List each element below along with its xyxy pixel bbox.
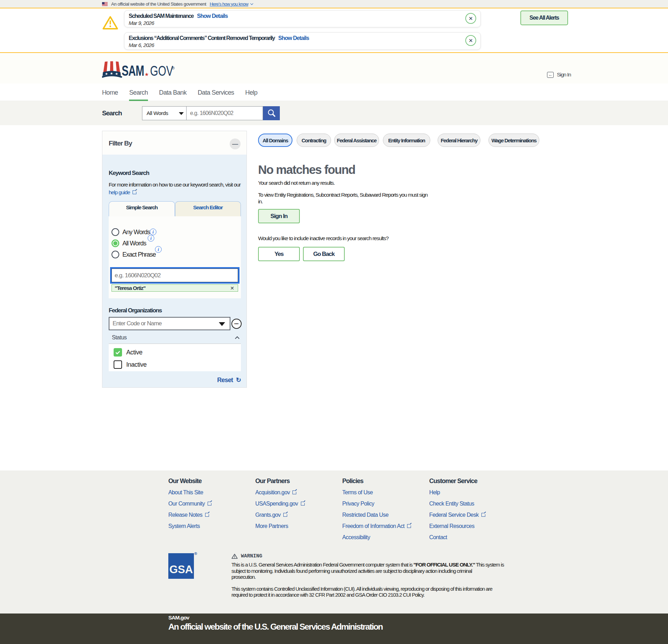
svg-text:★: ★ (110, 72, 113, 75)
svg-text:SAM: SAM (122, 62, 144, 78)
svg-text:GOV: GOV (150, 63, 173, 78)
svg-text:★: ★ (144, 72, 149, 77)
svg-text:®: ® (172, 66, 175, 70)
